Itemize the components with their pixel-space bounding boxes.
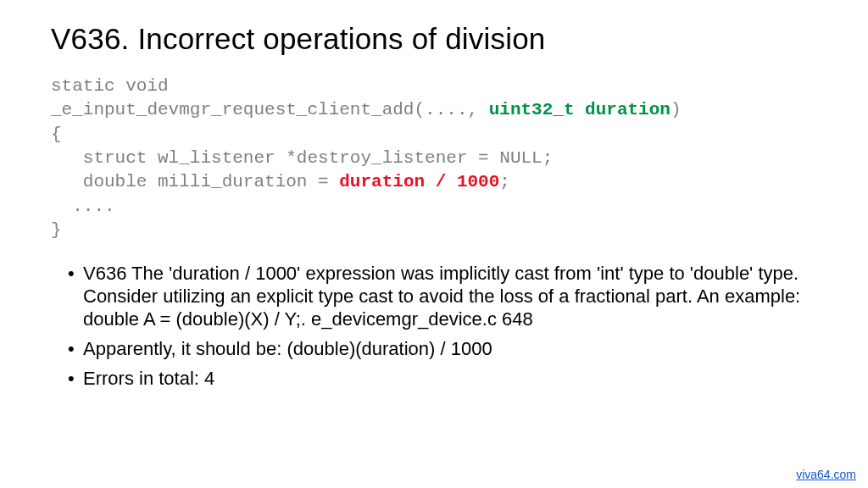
code-text: ): [670, 100, 682, 119]
bullet-list: V636 The 'duration / 1000' expression wa…: [51, 263, 817, 390]
bullet-item: V636 The 'duration / 1000' expression wa…: [68, 263, 817, 330]
code-block: static void _e_input_devmgr_request_clie…: [51, 75, 817, 242]
code-text: ;: [499, 172, 510, 191]
code-line: ....: [51, 197, 115, 216]
code-highlight-type: uint32_t duration: [489, 100, 670, 119]
bullet-item: Errors in total: 4: [68, 368, 817, 391]
code-line: double milli_duration =: [51, 172, 339, 191]
code-highlight-error: duration / 1000: [339, 172, 499, 191]
code-line: static void: [51, 76, 169, 96]
bullet-item: Apparently, it should be: (double)(durat…: [68, 338, 817, 361]
code-line: struct wl_listener *destroy_listener = N…: [51, 148, 553, 168]
footer-link[interactable]: viva64.com: [796, 468, 856, 481]
slide-title: V636. Incorrect operations of division: [51, 22, 817, 56]
code-line: }: [51, 220, 62, 240]
slide: V636. Incorrect operations of division s…: [0, 0, 868, 488]
code-line: _e_input_devmgr_request_client_add(....,: [51, 100, 489, 119]
code-line: {: [51, 125, 62, 144]
